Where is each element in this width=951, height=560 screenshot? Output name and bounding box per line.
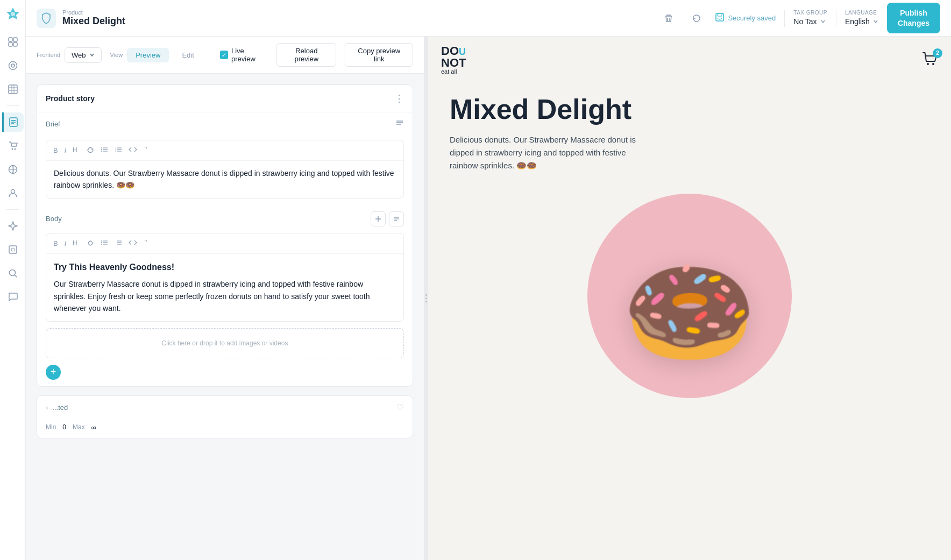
svg-point-53 [101, 242, 102, 243]
brief-editor-box: B I H [46, 140, 404, 199]
body-actions [371, 211, 404, 226]
frontend-group: Frontend Web [37, 47, 102, 63]
related-title: ...ted [52, 403, 68, 412]
body-tool-heading[interactable]: H [71, 238, 82, 249]
brief-toolbar-row: B I H [46, 140, 403, 161]
cart-button[interactable]: 2 [922, 52, 938, 69]
svg-text:3: 3 [115, 150, 117, 152]
top-bar: Product Mixed Delight Securely saved TAX… [26, 0, 951, 37]
preview-content: Mixed Delight Delicious donuts. Our Stra… [428, 83, 951, 420]
publish-button[interactable]: Publish Changes [887, 3, 940, 33]
tax-group[interactable]: TAX group No Tax [793, 10, 827, 26]
product-story-section: Product story ⋮ Brief [37, 84, 413, 387]
brief-title: Brief [46, 120, 60, 128]
copy-preview-link-button[interactable]: Copy preview link [345, 43, 413, 67]
top-divider-1 [784, 10, 785, 27]
save-icon [715, 12, 725, 24]
resize-handle[interactable] [424, 37, 428, 560]
related-left: › ...ted [46, 403, 68, 412]
drop-zone[interactable]: Click here or drop it to add images or v… [46, 328, 404, 358]
related-heart-button[interactable]: ♡ [396, 402, 404, 413]
svg-rect-25 [716, 13, 723, 21]
body-tool-bold[interactable]: B [52, 238, 60, 249]
svg-point-54 [101, 244, 102, 245]
brief-header: Brief [37, 112, 413, 136]
brand-logo-icon[interactable] [4, 6, 22, 24]
svg-text:H: H [73, 146, 77, 153]
svg-rect-2 [13, 38, 17, 41]
sidebar-item-puzzle[interactable] [3, 240, 23, 259]
product-story-more-button[interactable]: ⋮ [394, 93, 404, 104]
body-tool-code[interactable] [127, 238, 139, 249]
body-icon-btn-2[interactable] [389, 211, 404, 226]
tax-group-label: TAX group [793, 10, 827, 16]
body-editor-box: B I H [46, 233, 404, 322]
tool-italic[interactable]: I [63, 145, 68, 155]
product-info: Product Mixed Delight [37, 9, 650, 28]
editor-toolbar: Frontend Web View Preview Edit ✓ Live pr… [26, 37, 424, 74]
body-header: Body [37, 205, 413, 233]
tool-code[interactable] [127, 145, 139, 155]
preview-nav: DO U NOT eat all 2 [428, 37, 951, 83]
edit-tab[interactable]: Edit [173, 48, 202, 62]
tool-quote[interactable]: " [142, 145, 153, 155]
brand-logo: DO U NOT eat all [441, 45, 466, 75]
editor-content: Product story ⋮ Brief [26, 74, 424, 560]
add-block-button[interactable]: + [46, 365, 61, 380]
editor-panel: Frontend Web View Preview Edit ✓ Live pr… [26, 37, 424, 560]
body-tool-list-ul[interactable] [99, 238, 110, 249]
content-row: Frontend Web View Preview Edit ✓ Live pr… [26, 37, 951, 560]
body-tool-list-ol[interactable] [113, 238, 124, 249]
preview-panel: DO U NOT eat all 2 Mixed Delight [428, 37, 951, 560]
svg-rect-7 [9, 85, 17, 94]
tool-link[interactable] [85, 145, 96, 155]
live-preview-checkbox[interactable]: ✓ [220, 51, 228, 59]
product-preview-desc: Delicious donuts. Our Strawberry Massacr… [450, 133, 643, 172]
sidebar-item-dashboard[interactable] [3, 32, 23, 52]
svg-text:H: H [73, 239, 77, 246]
tool-list-unordered[interactable] [99, 145, 110, 155]
min-value: 0 [62, 423, 66, 431]
tax-value-row[interactable]: No Tax [793, 17, 825, 26]
brief-text[interactable]: Delicious donuts. Our Strawberry Massacr… [46, 161, 403, 198]
sidebar-item-grid[interactable] [3, 80, 23, 99]
sidebar-item-orders[interactable] [3, 136, 23, 155]
sidebar-item-search[interactable] [3, 264, 23, 283]
body-body-text: Our Strawberry Massacre donut is dipped … [54, 280, 370, 313]
related-chevron-button[interactable]: › [46, 403, 48, 412]
product-type-label: Product [62, 9, 125, 16]
svg-point-20 [11, 190, 15, 194]
sidebar-item-pages[interactable] [2, 112, 24, 132]
brief-icon-button[interactable] [395, 119, 404, 129]
product-story-header: Product story ⋮ [37, 85, 413, 112]
sidebar-item-chat[interactable] [3, 287, 23, 307]
cart-count: 2 [933, 48, 942, 58]
body-editor-text[interactable]: Try This Heavenly Goodness! Our Strawber… [46, 254, 403, 321]
svg-point-5 [9, 62, 17, 70]
sidebar-item-user[interactable] [3, 183, 23, 203]
body-heading-text: Try This Heavenly Goodness! [54, 260, 396, 274]
language-group[interactable]: Language English [845, 10, 878, 26]
tool-heading[interactable]: H [71, 145, 82, 156]
tool-bold[interactable]: B [52, 145, 60, 155]
history-button[interactable] [687, 9, 706, 28]
body-tool-italic[interactable]: I [63, 238, 68, 249]
donut-image-wrapper: 🍩 [450, 194, 929, 398]
body-tool-link[interactable] [85, 238, 96, 249]
language-value-row[interactable]: English [845, 17, 878, 26]
sidebar-item-catalog[interactable] [3, 56, 23, 75]
tool-list-ordered[interactable]: 123 [113, 145, 124, 155]
reload-preview-button[interactable]: Reload preview [276, 43, 336, 67]
body-tool-quote[interactable]: " [142, 238, 153, 249]
delete-button[interactable] [659, 9, 678, 28]
tax-value: No Tax [793, 17, 817, 26]
donut-emoji: 🍩 [622, 258, 757, 366]
web-dropdown-button[interactable]: Web [65, 47, 102, 63]
sidebar-item-globe[interactable] [3, 160, 23, 179]
max-label: Max [73, 423, 85, 431]
sidebar-item-extensions[interactable] [3, 216, 23, 236]
body-icon-btn-1[interactable] [371, 211, 386, 226]
brand-u: U [459, 47, 466, 56]
live-preview-toggle[interactable]: ✓ Live preview [220, 47, 268, 63]
preview-tab[interactable]: Preview [127, 48, 169, 62]
